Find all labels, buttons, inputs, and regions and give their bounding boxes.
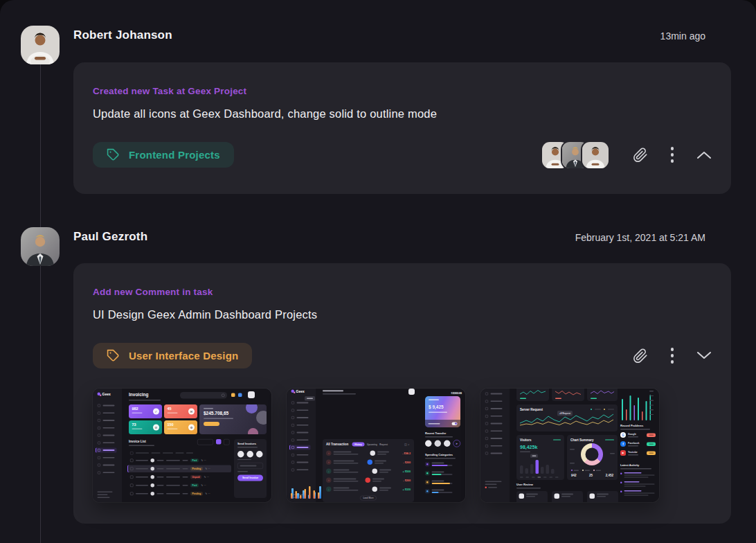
mini-bar-chart [622, 391, 651, 420]
mini-credit-card: $ 9,425 [425, 396, 460, 427]
mini-invoice-table: Paid✎⋯ Pending✎⋯ Unpaid✎⋯ Paid✎⋯ Pending… [127, 450, 231, 499]
chevron-up-icon [696, 150, 712, 159]
mini-review-card [516, 491, 548, 502]
mini-stat-card: 982✓ [129, 404, 162, 418]
activity-action: Add new Comment in task [93, 287, 712, 297]
task-title: UI Design Geex Admin Dashboard Projects [93, 306, 712, 323]
expand-button[interactable] [696, 351, 712, 360]
attachment-button[interactable] [633, 348, 648, 364]
mini-sidebar: Geex [93, 389, 122, 502]
mini-sidebar: Geex [287, 389, 316, 502]
mini-sparkline-card [516, 389, 549, 401]
mini-transfer-avatars: ➤ [425, 440, 460, 447]
mini-spending-categories [425, 462, 461, 498]
assignee-avatar [581, 141, 610, 170]
avatar-man-white-shirt [21, 26, 60, 64]
mini-stat-card: 73⊘ [129, 420, 162, 434]
activity-feed: Robert Johanson 13min ago Created new Ta… [0, 0, 756, 543]
tag-label: User Interface Design [129, 350, 238, 362]
author-name: Paul Gezroth [73, 230, 147, 244]
mini-review-card [587, 491, 618, 502]
timeline-connector [40, 266, 41, 543]
mini-chart-summary: Chart Summary 942 [567, 435, 618, 480]
avatar-man-dark-suit [21, 227, 60, 266]
tag-frontend-projects[interactable]: Frontend Projects [93, 142, 234, 168]
activity-action: Created new Task at Geex Project [93, 86, 712, 96]
author-name: Robert Johanson [73, 28, 172, 42]
mini-user-review-title: User Review [516, 483, 533, 486]
timestamp: 13min ago [660, 30, 705, 42]
mini-sparkline-card [587, 389, 618, 401]
mini-page-title: Invoicing [129, 392, 149, 398]
task-title: Update all icons at Geex Dashboard, chan… [93, 105, 712, 123]
more-options-button[interactable] [671, 348, 674, 364]
mini-user-avatar [248, 391, 255, 398]
mini-spending-title: Spending Categories [425, 453, 453, 456]
geex-logo-icon [98, 393, 101, 396]
attachment-thumbnail-analytics[interactable]: Server Request +8 Request Record [480, 389, 659, 502]
mini-balance-card: $245.708,65 [199, 404, 267, 434]
mini-transactions-panel: All Transaction History Upcoming Request… [323, 439, 414, 502]
avatar[interactable] [21, 26, 60, 64]
attachment-button[interactable] [633, 148, 648, 163]
kebab-menu-icon [671, 348, 674, 351]
mini-record-problems: GGoogle fFacebook ▶Youtube [620, 432, 656, 459]
mini-latest-activity-title: Latest Activity [620, 463, 639, 467]
paperclip-icon [633, 148, 648, 163]
chevron-down-icon [696, 351, 712, 360]
collapse-button[interactable] [696, 150, 712, 159]
mini-search [180, 392, 227, 399]
mini-record-problems-title: Record Problems [620, 424, 643, 427]
kebab-menu-icon [671, 147, 674, 150]
timestamp: February 1st, 2021 at 5:21 AM [575, 232, 705, 243]
mini-send-invoices-panel: Send Invoices Send Invoice [234, 439, 267, 498]
mini-latest-activity [620, 472, 656, 499]
mini-server-request-chart: Server Request +8 Request [516, 404, 618, 431]
mini-recent-transfer-title: Recent Transfer [425, 431, 446, 435]
mini-sidebar [480, 389, 510, 502]
mini-donut-chart [581, 443, 603, 465]
attachment-thumbnail-banking[interactable]: Geex [287, 389, 465, 502]
paperclip-icon [633, 348, 648, 364]
assignee-avatars[interactable] [541, 141, 610, 170]
tag-user-interface-design[interactable]: User Interface Design [93, 343, 252, 368]
mini-stat-card: 150⚙ [164, 420, 197, 434]
attachment-thumbnails: Geex Invoicing [93, 389, 712, 502]
mini-review-card [552, 491, 583, 502]
geex-logo-text: Geex [102, 392, 111, 396]
mini-visitors-card: Visitors 98,425k [516, 435, 564, 480]
mini-stat-card: 45✉ [164, 404, 197, 418]
activity-card: Add new Comment in task UI Design Geex A… [73, 263, 731, 524]
tag-icon [107, 148, 120, 161]
mini-invoice-list-title: Invoice List [129, 440, 146, 443]
avatar[interactable] [21, 227, 60, 266]
timeline-connector [40, 64, 41, 227]
mini-sparkline-card [552, 389, 584, 401]
more-options-button[interactable] [671, 147, 674, 163]
tag-icon [107, 349, 120, 362]
tag-label: Frontend Projects [129, 149, 220, 161]
activity-card: Created new Task at Geex Project Update … [73, 62, 731, 194]
attachment-thumbnail-invoicing[interactable]: Geex Invoicing [93, 389, 271, 502]
